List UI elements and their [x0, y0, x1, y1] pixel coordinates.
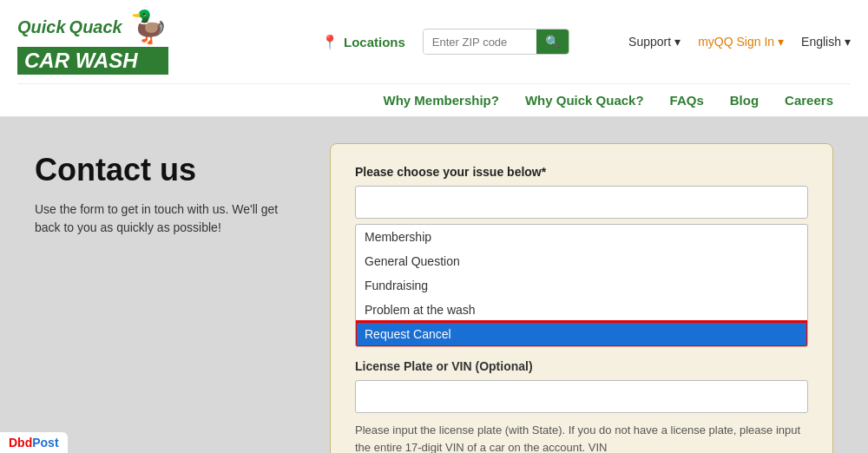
- zip-search-button[interactable]: 🔍: [536, 30, 569, 54]
- locations-label: Locations: [344, 35, 405, 49]
- myqq-chevron-icon: ▾: [778, 35, 784, 49]
- option-problem-at-wash[interactable]: Problem at the wash: [356, 298, 807, 322]
- issue-dropdown-list: Membership General Question Fundraising …: [355, 224, 808, 347]
- logo-carwash-text: CAR WASH: [17, 47, 168, 75]
- location-pin-icon: 📍: [321, 34, 339, 50]
- license-label: License Plate or VIN (Optional): [355, 359, 808, 373]
- contact-description: Use the form to get in touch with us. We…: [35, 200, 295, 237]
- license-input[interactable]: [355, 380, 808, 413]
- locations-nav[interactable]: 📍 Locations: [321, 34, 405, 50]
- watermark: DbdPost: [0, 432, 68, 453]
- nav-blog[interactable]: Blog: [730, 93, 759, 108]
- support-menu[interactable]: Support ▾: [628, 35, 681, 49]
- issue-text-input[interactable]: [355, 186, 808, 219]
- logo-quick-text: Quick: [17, 17, 66, 37]
- zip-search-bar: 🔍: [423, 29, 569, 55]
- license-hint: Please input the license plate (with Sta…: [355, 422, 808, 453]
- issue-label: Please choose your issue below*: [355, 165, 808, 179]
- contact-title: Contact us: [35, 152, 295, 188]
- nav-why-membership[interactable]: Why Membership?: [384, 93, 499, 108]
- contact-form: Please choose your issue below* Membersh…: [330, 143, 833, 453]
- header-right-nav: Support ▾ myQQ Sign In ▾ English ▾: [628, 35, 851, 49]
- language-chevron-icon: ▾: [845, 35, 851, 49]
- nav-why-quick-quack[interactable]: Why Quick Quack?: [525, 93, 644, 108]
- watermark-dbd: Dbd: [9, 436, 32, 450]
- nav-faqs[interactable]: FAQs: [670, 93, 704, 108]
- support-chevron-icon: ▾: [674, 35, 681, 49]
- language-selector[interactable]: English ▾: [801, 35, 851, 49]
- support-label: Support: [628, 35, 671, 49]
- logo: Quick Quack 🦆 CAR WASH: [17, 7, 252, 76]
- option-general-question[interactable]: General Question: [356, 249, 807, 273]
- option-request-cancel[interactable]: Request Cancel: [356, 322, 807, 346]
- main-nav: Why Membership? Why Quick Quack? FAQs Bl…: [17, 83, 851, 116]
- logo-quack-text: Quack: [69, 17, 122, 37]
- nav-careers[interactable]: Careers: [785, 93, 833, 108]
- main-content: Contact us Use the form to get in touch …: [0, 117, 868, 453]
- watermark-post: Post: [32, 436, 58, 450]
- option-fundraising[interactable]: Fundraising: [356, 273, 807, 298]
- logo-duck-icon: 🦆: [129, 9, 168, 45]
- myqq-label: myQQ Sign In: [698, 35, 774, 49]
- zip-input[interactable]: [424, 30, 536, 54]
- english-label: English: [801, 35, 841, 49]
- myqq-signin[interactable]: myQQ Sign In ▾: [698, 35, 784, 49]
- option-membership[interactable]: Membership: [356, 225, 807, 249]
- left-panel: Contact us Use the form to get in touch …: [35, 143, 295, 453]
